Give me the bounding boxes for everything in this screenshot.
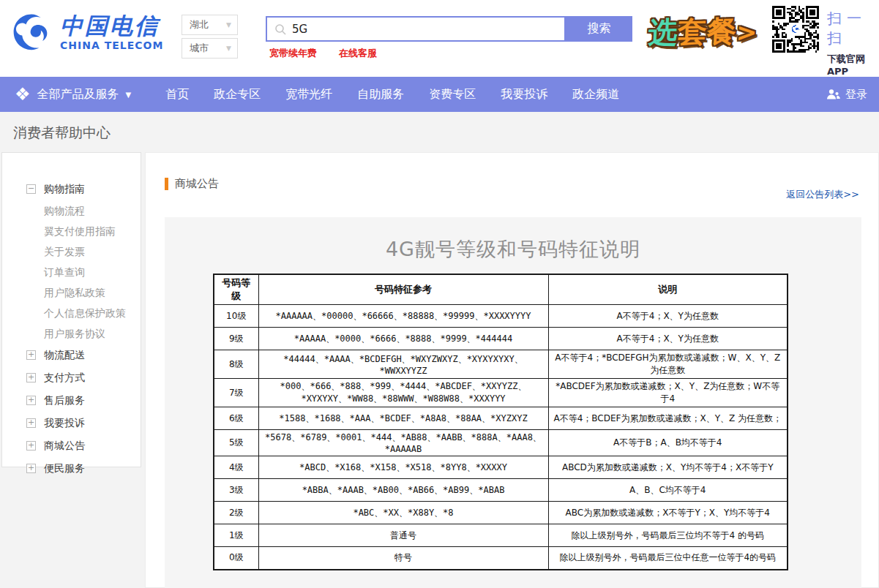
table-header-cell: 号码等级 [214, 274, 258, 305]
grade-table: 号码等级号码特征参考说明10级*AAAAAA、*00000、*66666、*88… [213, 274, 788, 570]
table-row: 1级普通号除以上级别号外，号码最后三位均不等于4 的号码 [214, 524, 788, 547]
china-telecom-logo-icon [10, 12, 53, 54]
table-row: 8级*44444、*AAAA、*BCDEFGH、*WXYZWXYZ、*XYXYX… [214, 350, 788, 379]
sidebar-section-2[interactable]: +物流配送 [2, 344, 141, 366]
china-telecom-logo[interactable]: 中国电信 CHINA TELECOM [10, 12, 163, 54]
note-cell: A不等4；BCDEF为累加数或递减数；X、Y、Z 为任意数； [548, 407, 788, 430]
sidebar-subitem-1-4[interactable]: 订单查询 [2, 262, 141, 282]
sidebar-section-label: 支付方式 [44, 372, 85, 385]
nav-item-1[interactable]: 首页 [153, 87, 201, 102]
main-content-panel: 商城公告 返回公告列表>> 4G靓号等级和号码特征说明 号码等级号码特征参考说明… [145, 152, 879, 588]
grade-level-cell: 8级 [214, 350, 258, 379]
table-header-row: 号码等级号码特征参考说明 [214, 274, 788, 305]
grade-level-cell: 3级 [214, 479, 258, 502]
nav-item-2[interactable]: 政企专区 [201, 87, 273, 102]
chevron-down-icon: ▼ [226, 21, 231, 29]
sidebar-section-label: 物流配送 [44, 349, 85, 362]
table-row: 5级*5678、*6789、*0001、*444、*AB88、*AABB、*88… [214, 430, 788, 456]
search-box [266, 16, 566, 42]
promo-text-2: 套餐 [677, 14, 737, 48]
province-select[interactable]: 湖北 ▼ [182, 15, 238, 35]
nav-item-4[interactable]: 自助服务 [345, 87, 416, 102]
sidebar-subitem-1-7[interactable]: 用户服务协议 [2, 323, 141, 344]
grade-level-cell: 9级 [214, 328, 258, 350]
province-select-value: 湖北 [190, 18, 209, 31]
expand-icon[interactable]: + [26, 441, 36, 451]
page-body: 消费者帮助中心 −购物指南购物流程翼支付使用指南关于发票订单查询用户隐私政策个人… [0, 112, 879, 588]
expand-icon[interactable]: + [26, 396, 36, 405]
collapse-icon[interactable]: − [26, 184, 36, 194]
choose-plan-promo-banner[interactable]: 选套餐> [647, 11, 758, 53]
grade-level-cell: 5级 [214, 430, 258, 456]
note-cell: A不等于B；A、B均不等于4 [548, 430, 788, 456]
sidebar-menu: −购物指南购物流程翼支付使用指南关于发票订单查询用户隐私政策个人信息保护政策用户… [1, 152, 141, 467]
all-products-menu[interactable]: ❖ 全部产品及服务 ▼ [15, 86, 131, 103]
sidebar-section-6[interactable]: +商城公告 [2, 434, 141, 457]
sidebar-section-3[interactable]: +支付方式 [2, 366, 141, 389]
nav-items: 首页政企专区宽带光纤自助服务资费专区我要投诉政企频道 [153, 87, 632, 102]
city-select-value: 城市 [190, 42, 209, 55]
nav-item-7[interactable]: 政企频道 [560, 87, 632, 102]
sidebar-subitem-1-6[interactable]: 个人信息保护政策 [2, 303, 141, 323]
table-header-cell: 说明 [548, 274, 788, 305]
promo-arrow: > [736, 18, 758, 47]
page-title: 消费者帮助中心 [13, 124, 111, 143]
note-cell: A不等于4；*BCDEFGH为累加数或递减数；W、X、Y、Z为任意数 [548, 350, 788, 379]
logo-text-cn: 中国电信 [60, 15, 163, 37]
back-to-list-link[interactable]: 返回公告列表>> [786, 188, 859, 201]
sidebar-section-label: 购物指南 [44, 183, 85, 196]
table-row: 7级*000、*666、*888、*999、*4444、*ABCDEF、*XXY… [214, 379, 788, 407]
promo-text-1: 选 [648, 15, 678, 50]
pattern-cell: *5678、*6789、*0001、*444、*AB88、*AABB、*888A… [258, 430, 548, 456]
broadband-renewal-link[interactable]: 宽带续年费 [269, 47, 317, 60]
qr-code[interactable] [772, 6, 819, 53]
sidebar-subitem-1-3[interactable]: 关于发票 [2, 241, 141, 262]
qr-download-label: 下载官网APP [827, 53, 879, 77]
table-row: 9级*AAAAA、*0000、*6666、*8888、*9999、*444444… [214, 328, 788, 350]
sidebar-section-5[interactable]: +我要投诉 [2, 412, 141, 434]
pattern-cell: *AAAAA、*0000、*6666、*8888、*9999、*444444 [258, 328, 548, 350]
logo-text-en: CHINA TELECOM [60, 39, 163, 51]
sidebar-section-1[interactable]: −购物指南 [2, 178, 141, 200]
sidebar-section-label: 我要投诉 [44, 417, 85, 430]
pattern-cell: 普通号 [258, 524, 548, 547]
login-button[interactable]: 登录 [826, 88, 867, 102]
pattern-cell: *1588、*1688、*AAA、*BCDEF、*A8A8、*88AA、*XYZ… [258, 407, 548, 430]
user-icon [826, 88, 840, 100]
expand-icon[interactable]: + [26, 464, 36, 473]
sidebar-section-label: 售后服务 [44, 394, 85, 407]
pattern-cell: *44444、*AAAA、*BCDEFGH、*WXYZWXYZ、*XYXYXYX… [258, 350, 548, 379]
grade-level-cell: 10级 [214, 305, 258, 328]
article-title: 4G靓号等级和号码特征说明 [165, 217, 861, 263]
login-label: 登录 [845, 88, 867, 102]
expand-icon[interactable]: + [26, 350, 36, 360]
sidebar-section-4[interactable]: +售后服务 [2, 389, 141, 412]
table-row: 0级特号除以上级别号外，号码最后三位中任意一位等于4的号码 [214, 547, 788, 570]
expand-icon[interactable]: + [26, 418, 36, 428]
chevron-down-icon: ▼ [226, 45, 231, 52]
header-quick-links: 宽带续年费 在线客服 [269, 47, 377, 60]
pattern-cell: *ABBA、*AAAB、*AB00、*AB66、*AB99、*ABAB [258, 479, 548, 502]
sidebar-subitem-1-2[interactable]: 翼支付使用指南 [2, 221, 141, 241]
search-input[interactable] [292, 23, 564, 36]
city-select[interactable]: 城市 ▼ [182, 38, 238, 59]
announcement-article: 4G靓号等级和号码特征说明 号码等级号码特征参考说明10级*AAAAAA、*00… [165, 217, 861, 588]
online-service-link[interactable]: 在线客服 [339, 47, 377, 60]
pattern-cell: *ABC、*XX、*X88Y、*8 [258, 502, 548, 524]
search-icon [274, 23, 286, 35]
nav-item-3[interactable]: 宽带光纤 [273, 87, 345, 102]
nav-item-5[interactable]: 资费专区 [416, 87, 488, 102]
section-head: 商城公告 [165, 177, 219, 191]
table-header-cell: 号码特征参考 [258, 274, 548, 305]
search-button[interactable]: 搜索 [566, 16, 632, 42]
grade-level-cell: 6级 [214, 407, 258, 430]
sidebar-section-label: 便民服务 [44, 462, 85, 475]
sidebar-subitem-1-1[interactable]: 购物流程 [2, 200, 141, 221]
site-header: 中国电信 CHINA TELECOM 湖北 ▼ 城市 ▼ 搜索 宽带续年费 在线… [0, 0, 879, 77]
sidebar-subitem-1-5[interactable]: 用户隐私政策 [2, 282, 141, 303]
nav-item-6[interactable]: 我要投诉 [488, 87, 560, 102]
sidebar-section-label: 商城公告 [44, 440, 85, 453]
sidebar-section-7[interactable]: +便民服务 [2, 457, 141, 480]
expand-icon[interactable]: + [26, 373, 36, 382]
note-cell: ABCD为累加数或递减数；X、Y均不等于4；X不等于Y [548, 456, 788, 479]
